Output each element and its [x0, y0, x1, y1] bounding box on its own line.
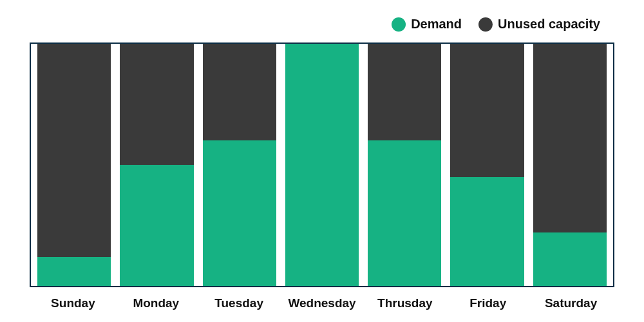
segment-demand	[368, 140, 441, 286]
legend: Demand Unused capacity	[392, 17, 612, 32]
x-tick-label: Saturday	[534, 296, 608, 310]
swatch-unused	[478, 17, 493, 32]
legend-item-demand: Demand	[392, 17, 462, 32]
segment-demand	[203, 140, 276, 286]
legend-label-demand: Demand	[411, 17, 462, 32]
segment-unused	[37, 44, 111, 257]
segment-unused	[450, 44, 524, 177]
segment-demand	[450, 177, 524, 286]
bars-container	[31, 44, 613, 286]
x-tick-label: Friday	[451, 296, 525, 310]
bar-monday	[120, 44, 193, 286]
swatch-demand	[392, 17, 406, 32]
bar-thrusday	[368, 44, 441, 286]
bar-saturday	[533, 44, 607, 286]
segment-demand	[37, 257, 111, 286]
bar-tuesday	[203, 44, 276, 286]
legend-item-unused: Unused capacity	[478, 17, 600, 32]
segment-demand	[120, 165, 193, 286]
segment-unused	[203, 44, 276, 140]
bar-wednesday	[285, 44, 359, 286]
x-tick-label: Tuesday	[202, 296, 276, 310]
x-tick-label: Sunday	[36, 296, 110, 310]
bar-sunday	[37, 44, 111, 286]
segment-unused	[533, 44, 607, 232]
segment-unused	[120, 44, 193, 165]
x-tick-label: Thrusday	[368, 296, 442, 310]
x-tick-label: Monday	[119, 296, 193, 310]
x-axis: SundayMondayTuesdayWednesdayThrusdayFrid…	[30, 296, 614, 310]
segment-unused	[368, 44, 441, 140]
plot-frame	[30, 43, 614, 287]
segment-demand	[533, 232, 607, 286]
bar-friday	[450, 44, 524, 286]
x-tick-label: Wednesday	[285, 296, 359, 310]
segment-demand	[285, 44, 359, 286]
legend-label-unused: Unused capacity	[498, 17, 600, 32]
